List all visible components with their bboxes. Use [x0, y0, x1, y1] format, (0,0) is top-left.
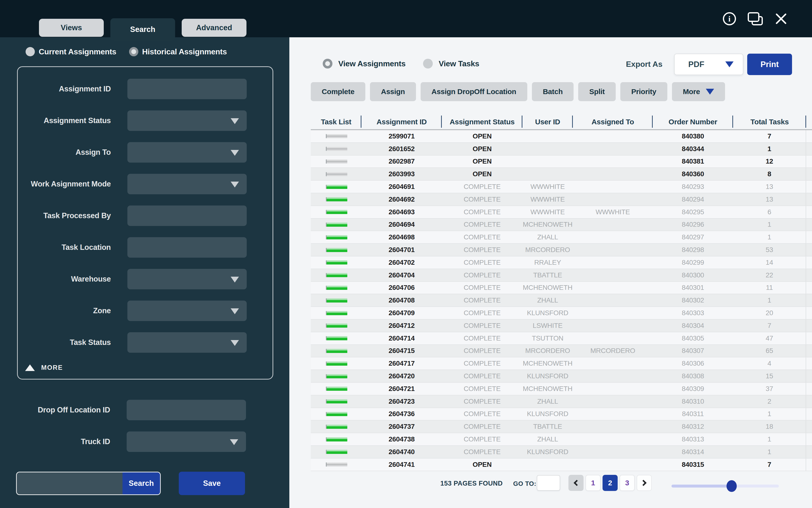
warehouse-select[interactable] [127, 269, 247, 289]
chevron-right-icon [640, 480, 647, 486]
progress-bar [326, 349, 347, 353]
task-list-cell [311, 260, 362, 264]
horizontal-scroll-slider[interactable] [671, 484, 779, 488]
order-number-cell: 840315 [653, 461, 733, 468]
table-row[interactable]: 2603993OPEN8403608 [311, 168, 812, 181]
more-button[interactable]: More [672, 82, 725, 101]
assignments-table: Task ListAssignment IDAssignment StatusU… [311, 115, 812, 471]
assignment-id-cell: 2604714 [362, 334, 442, 342]
complete-button[interactable]: Complete [311, 82, 365, 101]
total-tasks-cell: 13 [733, 181, 806, 193]
table-row[interactable]: 2604702COMPLETERRALEY84029914 [311, 256, 812, 269]
table-row[interactable]: 2601652OPEN8403441 [311, 143, 812, 156]
table-row[interactable]: 2604704COMPLETETBATTLE84030022 [311, 269, 812, 282]
radio-current-assignments[interactable]: Current Assignments [26, 47, 116, 56]
radio-view-tasks[interactable]: View Tasks [423, 59, 479, 69]
assignment-status-cell: COMPLETE [442, 259, 522, 266]
assign-button[interactable]: Assign [370, 82, 416, 101]
table-row[interactable]: 2604706COMPLETEMCHENOWETH84030111 [311, 282, 812, 294]
save-button[interactable]: Save [179, 472, 245, 495]
task-list-cell [311, 311, 362, 315]
table-row[interactable]: 2604714COMPLETETSUTTON84030547 [311, 332, 812, 345]
tab-views[interactable]: Views [39, 19, 104, 37]
batch-button[interactable]: Batch [532, 82, 574, 101]
assignment-status-cell: COMPLETE [442, 410, 522, 418]
assign-dropoff-location-button[interactable]: Assign DropOff Location [421, 82, 527, 101]
windows-icon[interactable] [748, 12, 763, 25]
close-icon[interactable] [774, 12, 787, 25]
table-row[interactable]: 2604692COMPLETEWWWHITE84029413 [311, 193, 812, 206]
table-row[interactable]: 2604740COMPLETEKLUNSFORD8403141 [311, 446, 812, 459]
table-row[interactable]: 2604701COMPLETEMRCORDERO84029853 [311, 244, 812, 256]
more-toggle[interactable]: MORE [25, 364, 273, 372]
work-asignment-mode-select[interactable] [127, 174, 247, 194]
info-icon[interactable]: i [723, 12, 736, 25]
radio-circle-icon [129, 47, 138, 56]
assignment-id-cell: 2604702 [362, 259, 442, 266]
table-row[interactable]: 2604712COMPLETELSWHITE8403047 [311, 320, 812, 332]
filter-warehouse: Warehouse [18, 269, 273, 289]
page-button-1[interactable]: 1 [585, 475, 601, 491]
order-number-cell: 840303 [653, 309, 733, 317]
user-id-cell: ZHALL [522, 435, 573, 443]
table-row[interactable]: 2604698COMPLETEZHALL8402971 [311, 231, 812, 244]
page-button-3[interactable]: 3 [620, 475, 635, 491]
table-row[interactable]: 2599071OPEN8403807 [311, 130, 812, 143]
table-row[interactable]: 2604736COMPLETEKLUNSFORD8403111 [311, 408, 812, 421]
prev-page-button[interactable] [568, 475, 583, 491]
table-body: 2599071OPEN84038072601652OPEN84034412602… [311, 130, 812, 471]
progress-bar [326, 399, 347, 404]
assignment-status-cell: COMPLETE [442, 347, 522, 355]
quick-search-input[interactable] [17, 472, 123, 494]
tab-advanced[interactable]: Advanced [182, 19, 246, 37]
drop-off-location-id-input[interactable] [127, 400, 246, 420]
order-number-cell: 840308 [653, 372, 733, 380]
task-status-select[interactable] [127, 332, 247, 353]
table-row[interactable]: 2604693COMPLETEWWWHITEWWWHITE8402956 [311, 206, 812, 219]
slider-thumb[interactable] [726, 480, 737, 492]
order-number-cell: 840344 [653, 145, 733, 153]
print-button[interactable]: Print [747, 54, 792, 75]
table-row[interactable]: 2604709COMPLETEKLUNSFORD84030320 [311, 307, 812, 320]
assignment-id-cell: 2601652 [362, 145, 442, 153]
progress-bar [326, 185, 347, 189]
table-row[interactable]: 2604708COMPLETEZHALL8403021 [311, 294, 812, 307]
split-button[interactable]: Split [578, 82, 616, 101]
table-row[interactable]: 2604717COMPLETEMCHENOWETH8403064 [311, 357, 812, 370]
assignment-status-cell: COMPLETE [442, 423, 522, 430]
assignment-id-input[interactable] [127, 79, 247, 99]
truck-id-select[interactable] [127, 431, 246, 452]
table-row[interactable]: 2604738COMPLETEZHALL8403131 [311, 433, 812, 446]
radio-view-assignments[interactable]: View Assignments [323, 59, 405, 69]
table-row[interactable]: 2604723COMPLETEZHALL8403102 [311, 395, 812, 408]
chevron-down-icon [706, 89, 714, 95]
table-row[interactable]: 2604691COMPLETEWWWHITE84029313 [311, 181, 812, 193]
table-row[interactable]: 2602987OPEN84038112 [311, 156, 812, 168]
search-button[interactable]: Search [123, 472, 160, 494]
task-list-cell [311, 159, 362, 164]
table-row[interactable]: 2604720COMPLETEKLUNSFORD84030815 [311, 370, 812, 383]
task-processed-by-input[interactable] [127, 206, 247, 226]
assignment-scope-radios: Current AssignmentsHistorical Assignment… [26, 47, 227, 56]
tab-search[interactable]: Search [110, 18, 175, 41]
goto-page-input[interactable] [537, 475, 560, 491]
table-row[interactable]: 2604715COMPLETEMRCORDEROMRCORDERO8403076… [311, 345, 812, 357]
column-header-total-tasks: Total Tasks [733, 115, 806, 129]
task-list-cell [311, 172, 362, 176]
page-button-2[interactable]: 2 [603, 475, 618, 491]
table-row[interactable]: 2604741OPEN8403157 [311, 459, 812, 471]
assignment-status-cell: OPEN [442, 461, 522, 468]
radio-historical-assignments[interactable]: Historical Assignments [129, 47, 227, 56]
export-format-select[interactable]: PDF [674, 54, 743, 75]
priority-button[interactable]: Priority [620, 82, 667, 101]
assignment-status-cell: COMPLETE [442, 372, 522, 380]
column-header-spare [806, 115, 812, 129]
table-row[interactable]: 2604694COMPLETEMCHENOWETH8402961 [311, 219, 812, 231]
assignment-status-select[interactable] [127, 111, 247, 131]
next-page-button[interactable] [637, 475, 652, 491]
table-row[interactable]: 2604737COMPLETETBATTLE84031218 [311, 421, 812, 433]
assign-to-select[interactable] [127, 142, 247, 163]
task-location-input[interactable] [127, 237, 247, 258]
zone-select[interactable] [127, 301, 247, 321]
table-row[interactable]: 2604721COMPLETEMCHENOWETH84030937 [311, 383, 812, 395]
